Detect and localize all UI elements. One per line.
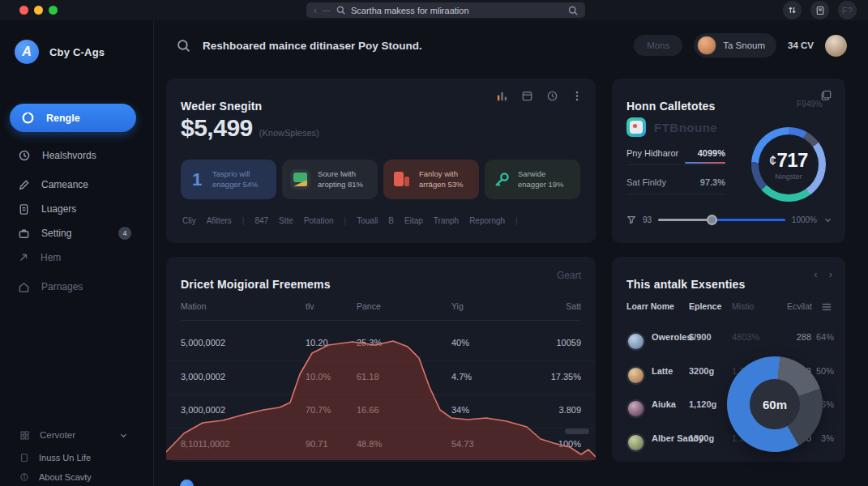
column-header: Mistio xyxy=(732,301,754,311)
notebook-button[interactable] xyxy=(810,1,829,19)
cell-val2: 3% xyxy=(821,433,834,443)
maximize-window-button[interactable] xyxy=(49,6,58,15)
gauge-card: Honn Calletotes FTBnoune Pny Hidharor 40… xyxy=(612,79,845,243)
metric-label: Sat Finldy xyxy=(626,177,666,187)
sidebar-item-setting[interactable]: Setting 4 xyxy=(0,221,154,245)
window-controls xyxy=(19,6,58,15)
cell-yig: 54.73 xyxy=(451,439,474,449)
chip-line1: Tasprio will xyxy=(212,169,250,178)
filter-token[interactable]: Eitap xyxy=(404,216,423,225)
sidebar-item-about[interactable]: About Scavty xyxy=(0,468,154,486)
filter-token[interactable]: 847 xyxy=(254,216,268,225)
gauge-center: ¢717 Ningster xyxy=(759,134,819,194)
back-icon[interactable]: ‹ xyxy=(314,5,317,16)
sidebar-item-label: Setting xyxy=(41,228,71,239)
chip-line1: Fanloy with xyxy=(419,169,458,178)
ft-app-icon xyxy=(626,117,646,137)
profile-avatar[interactable] xyxy=(825,35,847,57)
cell-val1: 288 xyxy=(797,332,811,342)
sidebar-item-luagers[interactable]: Luagers xyxy=(0,197,154,221)
slider-handle[interactable] xyxy=(707,215,717,225)
app-name: Cby C-Ags xyxy=(49,46,105,58)
column-header: Satt xyxy=(566,301,581,311)
table-row[interactable]: 8,1011,0002 90.71 48.8% 54.73 100% xyxy=(166,428,596,462)
metric-row[interactable]: Sat Finldy 97.3% xyxy=(626,177,725,194)
close-window-button[interactable] xyxy=(19,6,28,15)
user-avatar xyxy=(697,36,716,55)
filter-token[interactable]: B xyxy=(388,216,394,225)
sidebar-item-cameance[interactable]: Cameance xyxy=(0,173,154,197)
card-title: Honn Calletotes xyxy=(626,100,716,113)
column-header: Mation xyxy=(181,301,207,311)
kebab-menu-icon[interactable] xyxy=(571,90,583,102)
column-header: Loarr Nome xyxy=(626,301,674,311)
bar-chart-icon[interactable] xyxy=(496,90,508,102)
next-arrow[interactable]: › xyxy=(829,268,832,280)
stat-chip-soure[interactable]: Soure lwitharopting 81% xyxy=(282,160,378,199)
sidebar-item-label: Hem xyxy=(41,252,61,263)
filter-token[interactable]: Tranph xyxy=(434,216,459,225)
table-row[interactable]: 3,000,0002 70.7% 16.66 34% 3.809 xyxy=(166,394,596,428)
cell-mation: 5,000,0002 xyxy=(181,338,225,347)
stat-chip-tasprio[interactable]: 1 Tasprio willenagger 54% xyxy=(181,160,276,199)
sidebar-item-inuss[interactable]: Inuss Un Life xyxy=(0,447,154,468)
filter-token[interactable]: Stte xyxy=(279,216,293,225)
peek-circle-icon xyxy=(180,480,194,486)
sidebar-item-hem[interactable]: Hem xyxy=(0,245,154,270)
column-header: tlv xyxy=(306,301,314,311)
sidebar-item-healshvords[interactable]: Healshvords xyxy=(0,143,154,168)
global-search[interactable]: Reshboared maince ditinaser Poy Stound. xyxy=(177,39,422,53)
prev-arrow[interactable]: ‹ xyxy=(814,268,817,280)
cell-name: Oweroles xyxy=(652,332,692,342)
ft-app-name: FTBnoune xyxy=(654,121,717,134)
user-pill[interactable]: Ta Snoum xyxy=(694,33,776,58)
geart-link[interactable]: Geart xyxy=(557,270,581,281)
help-button[interactable]: F? xyxy=(838,1,857,19)
mons-button[interactable]: Mons xyxy=(634,35,682,56)
sort-updown-button[interactable] xyxy=(783,1,802,19)
cell-tlv: 10.20 xyxy=(306,338,328,347)
slider-min-value: 93 xyxy=(643,215,652,224)
filter-token[interactable]: Afitters xyxy=(207,216,232,225)
sidebar-item-parnages[interactable]: Parnages xyxy=(0,275,154,299)
os-search-bar[interactable]: ‹ — Scartha makess for mliraation xyxy=(306,2,585,18)
expense-row[interactable]: Oweroles $/900 4803% 288 64% xyxy=(612,322,845,355)
clock-icon[interactable] xyxy=(546,90,558,102)
os-tray: F? xyxy=(783,0,857,20)
filter-funnel-icon[interactable] xyxy=(626,215,636,224)
metric-value: 97.3% xyxy=(700,177,725,187)
gauge-value: 717 xyxy=(776,149,808,171)
search-icon[interactable] xyxy=(568,6,578,15)
minimize-window-button[interactable] xyxy=(34,6,43,15)
chevron-down-icon[interactable] xyxy=(119,431,128,440)
cell-mation: 8,1011,0002 xyxy=(181,439,229,449)
table-row[interactable]: 3,000,0002 10.0% 61.18 4.7% 17.35% xyxy=(166,360,596,395)
filter-token[interactable]: Reporngh xyxy=(469,216,505,225)
chevron-down-icon[interactable] xyxy=(823,215,832,224)
gauge-ring: ¢717 Ningster xyxy=(751,127,826,202)
sidebar: A Cby C-Ags Rengle Healshvords Cameance … xyxy=(0,20,154,486)
pencil-icon xyxy=(18,179,30,191)
chip-line2: arrägen 53% xyxy=(419,180,463,189)
sidebar-item-rengle[interactable]: Rengle xyxy=(10,104,136,132)
cell-satt: 100% xyxy=(558,439,581,449)
filter-token[interactable]: Potation xyxy=(304,216,334,225)
summary-card: Weder Snegitn $5,499 (KnowSpleses) 1 Tas… xyxy=(166,79,596,243)
column-header: Eplence xyxy=(689,301,721,311)
scroll-indicator[interactable] xyxy=(565,428,589,434)
avatar xyxy=(626,332,645,351)
table-row[interactable]: 5,000,0002 10.20 25.3% 40% 10059 xyxy=(166,326,596,361)
hamburger-menu-icon[interactable] xyxy=(821,302,832,312)
sidebar-item-cervoter[interactable]: Cervoter xyxy=(0,423,154,447)
history-clock-icon xyxy=(18,149,31,162)
filter-token[interactable]: Cliy xyxy=(182,216,196,225)
slider-track[interactable] xyxy=(658,219,785,221)
stat-chip-sarwide[interactable]: Sarwideenagger 19% xyxy=(485,160,580,199)
sidebar-footer: Cervoter Inuss Un Life About Scavty xyxy=(0,423,154,486)
stat-chip-fanloy[interactable]: Fanloy witharrägen 53% xyxy=(383,160,479,199)
slider-row: 93 1000% xyxy=(626,211,832,228)
filter-token[interactable]: Touali xyxy=(357,216,378,225)
calendar-icon[interactable] xyxy=(521,90,533,102)
app-logo: A xyxy=(15,40,39,64)
cell-tlv: 10.0% xyxy=(306,372,331,382)
